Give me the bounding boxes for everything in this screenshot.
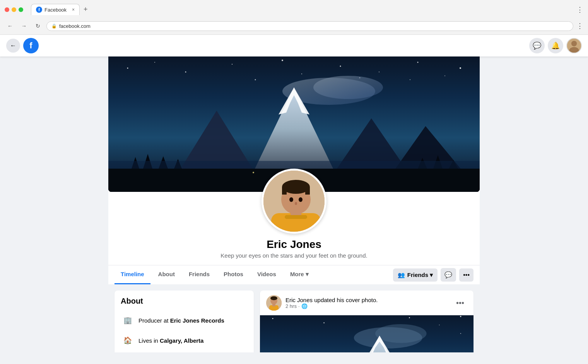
fb-logo[interactable]: f [23,38,39,53]
tab-timeline[interactable]: Timeline [115,265,150,284]
svg-point-43 [289,197,293,202]
lock-icon: 🔒 [51,24,57,29]
about-item-from: 📍 From Los Angeles, California [121,350,248,352]
nav-left: ← f [6,38,39,53]
page-scroll: ← f 💬 🔔 [0,35,588,352]
tab-photos[interactable]: Photos [217,265,250,284]
about-work-text: Producer at Eric Jones Records [138,316,248,325]
message-action-btn[interactable]: 💬 [441,268,456,282]
back-nav-btn[interactable]: ← [6,39,20,53]
svg-point-7 [232,64,232,65]
post-author-name: Eric Jones updated his cover photo. [285,297,378,303]
address-bar-container: ← → ↻ 🔒 facebook.com ⋮ [0,19,588,34]
window-controls [5,7,23,12]
svg-point-19 [313,76,383,99]
tab-close-btn[interactable]: × [72,7,75,12]
messenger-icon: 💬 [533,41,541,50]
avatar-image [567,39,581,53]
post-time-text: 2 hrs [285,303,297,309]
close-window-btn[interactable] [5,7,9,12]
fb-app: ← f 💬 🔔 [0,35,588,352]
home-icon: 🏠 [121,333,135,347]
svg-point-51 [270,296,277,300]
svg-rect-34 [108,161,480,169]
friends-btn-label: Friends ▾ [407,272,433,279]
svg-point-62 [375,324,426,343]
svg-point-55 [323,322,325,323]
notifications-btn[interactable]: 🔔 [548,38,563,53]
about-lives-text: Lives in Calgary, Alberta [138,337,248,345]
browser-menu-btn[interactable]: ⋮ [576,5,583,14]
tab-friends[interactable]: Friends [183,265,216,284]
svg-point-57 [409,317,410,318]
messenger-nav-btn[interactable]: 💬 [529,38,545,53]
profile-avatar-image [263,171,326,234]
user-avatar-nav[interactable] [566,38,582,53]
tab-more[interactable]: More ▾ [284,265,315,284]
tab-videos[interactable]: Videos [251,265,282,284]
post-meta: Eric Jones updated his cover photo. 2 hr… [285,297,378,309]
about-item-lives: 🏠 Lives in Calgary, Alberta [121,330,248,350]
browser-chrome: f Facebook × + ⋮ ← → ↻ 🔒 facebook.com ⋮ [0,0,588,35]
svg-point-17 [255,79,256,80]
url-text: facebook.com [59,23,91,29]
svg-point-45 [295,202,297,205]
svg-point-14 [410,79,410,80]
profile-avatar[interactable] [262,169,326,234]
about-work-bold: Eric Jones Records [170,317,224,324]
cover-wrapper: Eric Jones Keep your eyes on the stars a… [0,56,588,284]
svg-rect-46 [285,215,307,219]
new-tab-btn[interactable]: + [80,3,92,16]
profile-bio: Keep your eyes on the stars and your fee… [108,252,480,265]
svg-point-58 [439,325,440,325]
svg-point-6 [185,72,186,73]
profile-name: Eric Jones [108,238,480,251]
browser-options-btn[interactable]: ⋮ [576,22,583,30]
tab-about[interactable]: About [152,265,181,284]
svg-rect-42 [305,187,310,195]
svg-point-1 [571,41,577,46]
more-action-btn[interactable]: ••• [459,268,473,282]
minimize-window-btn[interactable] [12,7,16,12]
post-options-icon: ••• [456,299,464,307]
globe-icon: 🌐 [301,303,308,309]
post-options-btn[interactable]: ••• [453,297,467,309]
post-header: Eric Jones updated his cover photo. 2 hr… [260,291,473,315]
tab-bar: f Facebook × + [31,3,573,16]
svg-point-5 [154,62,155,63]
favicon: f [36,7,42,13]
about-item-work: 🏢 Producer at Eric Jones Records [121,310,248,330]
friends-action-btn[interactable]: 👥 Friends ▾ [393,268,438,282]
forward-btn[interactable]: → [19,21,29,31]
post-card: Eric Jones updated his cover photo. 2 hr… [260,291,473,352]
svg-point-16 [301,73,302,74]
post-action-text: updated his cover photo. [313,297,378,303]
post-author-avatar[interactable] [266,295,282,311]
nav-right: 💬 🔔 [529,38,582,53]
bell-icon: 🔔 [551,41,560,50]
svg-point-11 [417,62,419,63]
svg-rect-41 [282,187,287,195]
maximize-window-btn[interactable] [19,7,23,12]
post-cover-image [260,315,473,352]
messenger-action-icon: 💬 [444,271,452,279]
reload-btn[interactable]: ↻ [32,21,43,31]
svg-point-4 [127,68,128,69]
profile-tabs-bar: Timeline About Friends Photos Videos Mor… [108,265,480,284]
profile-avatar-container [108,169,480,234]
profile-tabs: Timeline About Friends Photos Videos Mor… [115,265,315,284]
svg-point-59 [460,316,461,317]
about-lives-bold: Calgary, Alberta [160,337,203,344]
post-avatar-image [266,295,282,311]
active-tab[interactable]: f Facebook × [31,4,80,15]
svg-point-60 [460,333,461,334]
work-icon: 🏢 [121,313,135,327]
svg-point-8 [282,60,283,61]
url-bar[interactable]: 🔒 facebook.com [46,21,573,31]
post-author-bold[interactable]: Eric Jones [285,297,313,303]
time-dot-separator: · [298,303,300,309]
about-sidebar: About 🏢 Producer at Eric Jones Records 🏠… [115,291,254,352]
profile-tab-actions: 👥 Friends ▾ 💬 ••• [393,268,473,282]
more-dots-icon: ••• [463,272,470,278]
back-btn[interactable]: ← [5,21,15,31]
